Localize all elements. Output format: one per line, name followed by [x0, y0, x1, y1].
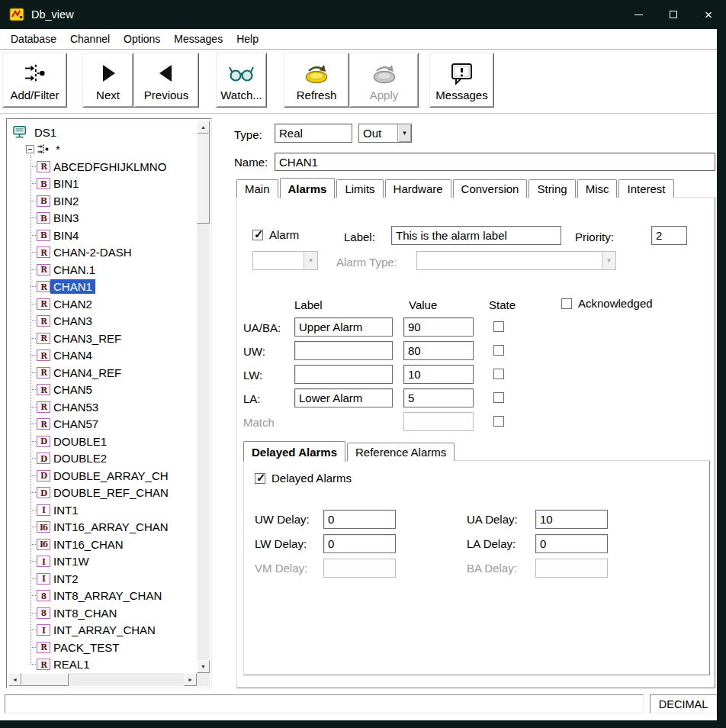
subtab[interactable]: Delayed Alarms	[243, 441, 345, 462]
alarm-checkbox[interactable]: Alarm	[252, 228, 299, 241]
minimize-button[interactable]	[621, 0, 656, 29]
alarm-row-value-field[interactable]	[403, 341, 474, 360]
tree-item[interactable]: R CHAN3_REF	[31, 330, 196, 347]
alarm-row-value-field[interactable]	[403, 412, 474, 431]
delayed-alarms-checkbox[interactable]: Delayed Alarms	[255, 472, 352, 485]
checkbox-icon[interactable]	[255, 473, 265, 484]
delay-field-input[interactable]	[323, 510, 396, 529]
messages-button[interactable]: Messages	[429, 53, 494, 108]
delay-field-label: UA Delay:	[467, 513, 535, 526]
tree-item[interactable]: B BIN4	[31, 227, 196, 244]
tree-item[interactable]: D DOUBLE1	[31, 433, 196, 450]
number-format-indicator[interactable]: DECIMAL	[650, 694, 717, 714]
tree-item[interactable]: R CHAN53	[31, 398, 196, 416]
horizontal-scroll-thumb[interactable]	[21, 673, 69, 686]
alarm-state-checkbox[interactable]	[493, 392, 504, 403]
alarm-row-label-field[interactable]	[294, 317, 393, 337]
tab[interactable]: Alarms	[280, 178, 336, 198]
tree-item[interactable]: B BIN2	[31, 192, 196, 210]
alarm-row-label-field[interactable]	[294, 341, 393, 360]
alarm-state-checkbox[interactable]	[493, 321, 504, 332]
tree-item[interactable]: D DOUBLE_ARRAY_CH	[31, 467, 196, 485]
alarm-row-value-field[interactable]	[403, 388, 474, 407]
delay-field-input[interactable]	[535, 534, 608, 553]
priority-field[interactable]	[651, 226, 687, 245]
scroll-left-button[interactable]: ◄	[8, 673, 21, 686]
tree-item[interactable]: R CHAN4	[31, 347, 196, 365]
delay-field-input[interactable]	[535, 510, 608, 529]
tree-item[interactable]: D DOUBLE2	[31, 450, 196, 468]
type-field[interactable]	[275, 124, 352, 143]
collapse-toggle-icon[interactable]	[26, 145, 34, 153]
tab[interactable]: Main	[236, 179, 278, 198]
tree-item[interactable]: 8 INT8_CHAN	[31, 604, 196, 622]
menu-item[interactable]: Database	[4, 30, 63, 48]
maximize-button[interactable]	[656, 0, 691, 29]
tab[interactable]: Hardware	[385, 179, 451, 198]
tree-item[interactable]: R CHAN.1	[31, 261, 196, 279]
alarm-row-value-field[interactable]	[403, 365, 474, 384]
tree-item[interactable]: I INT1W	[31, 553, 196, 571]
tree-item[interactable]: R ABCEDFGHIJKLMNO	[31, 158, 196, 176]
refresh-button[interactable]: Refresh	[284, 53, 349, 108]
tree-root-datasource[interactable]: DS1	[8, 124, 196, 141]
tree-item[interactable]: R PACK_TEST	[31, 639, 196, 656]
alarm-state-checkbox[interactable]	[493, 416, 504, 427]
alarm-row-label-field[interactable]	[294, 388, 393, 407]
tree-item[interactable]: R CHAN2	[31, 295, 196, 313]
tree-item[interactable]: R CHAN5	[31, 382, 196, 399]
name-field[interactable]	[275, 153, 715, 171]
tab[interactable]: String	[528, 179, 575, 198]
tree-item[interactable]: D DOUBLE_REF_CHAN	[31, 485, 196, 502]
alarm-row-value-field[interactable]	[403, 317, 474, 337]
tree-item[interactable]: I6 INT16_CHAN	[31, 536, 196, 553]
alarm-state-checkbox[interactable]	[493, 345, 504, 356]
tab[interactable]: Misc	[577, 179, 618, 198]
tree-item[interactable]: R CHAN4_REF	[31, 364, 196, 382]
tree-item[interactable]: B BIN1	[31, 176, 196, 193]
alarm-label-field[interactable]	[391, 226, 561, 245]
subtab[interactable]: Reference Alarms	[347, 443, 455, 461]
tree-group-filter[interactable]: *	[8, 141, 196, 159]
menu-item[interactable]: Messages	[167, 30, 230, 48]
menu-item[interactable]: Channel	[63, 30, 117, 48]
chevron-down-icon[interactable]: ▼	[397, 124, 411, 142]
add-filter-button[interactable]: Add/Filter	[2, 53, 67, 108]
scroll-right-button[interactable]: ►	[184, 673, 197, 686]
delay-field-input[interactable]	[535, 559, 608, 578]
tree-item[interactable]: R REAL1	[31, 656, 196, 673]
alarm-state-checkbox[interactable]	[493, 369, 504, 379]
close-button[interactable]: ×	[691, 0, 726, 29]
alarm-row-label-field[interactable]	[294, 365, 393, 384]
tree-vertical-scrollbar[interactable]: ▲ ▼	[197, 121, 210, 673]
menu-item[interactable]: Options	[117, 30, 167, 48]
direction-combo[interactable]: Out ▼	[358, 124, 412, 143]
scroll-up-button[interactable]: ▲	[197, 121, 210, 134]
apply-button[interactable]: Apply	[349, 53, 419, 108]
tab[interactable]: Limits	[336, 179, 383, 198]
delay-field-input[interactable]	[323, 534, 396, 553]
tree-item[interactable]: R CHAN1	[31, 279, 196, 296]
checkbox-icon[interactable]	[252, 230, 263, 240]
tree-item[interactable]: R CHAN3	[31, 313, 196, 330]
tree-item[interactable]: B BIN3	[31, 210, 196, 227]
tree-item[interactable]: I INT2	[31, 570, 196, 588]
tab[interactable]: Conversion	[453, 179, 528, 198]
tree-item[interactable]: I INT_ARRAY_CHAN	[31, 622, 196, 639]
tree-item[interactable]: 8 INT8_ARRAY_CHAN	[31, 588, 196, 605]
tree-item[interactable]: R CHAN-2-DASH	[31, 244, 196, 262]
tree-item[interactable]: I6 INT16_ARRAY_CHAN	[31, 519, 196, 536]
menu-item[interactable]: Help	[230, 30, 265, 48]
tab[interactable]: Interest	[618, 179, 673, 198]
watch-button[interactable]: Watch...	[216, 53, 267, 108]
next-button[interactable]: Next	[82, 53, 133, 108]
tree-horizontal-scrollbar[interactable]: ◄ ►	[8, 673, 197, 686]
tree-item[interactable]: I INT1	[31, 501, 196, 519]
previous-button[interactable]: Previous	[133, 53, 199, 108]
scroll-down-button[interactable]: ▼	[197, 660, 210, 673]
acknowledged-checkbox[interactable]: Acknowledged	[561, 297, 653, 310]
checkbox-icon[interactable]	[561, 298, 572, 309]
tree-item[interactable]: R CHAN57	[31, 416, 196, 433]
vertical-scroll-thumb[interactable]	[197, 134, 210, 224]
delay-field-input[interactable]	[323, 559, 396, 578]
